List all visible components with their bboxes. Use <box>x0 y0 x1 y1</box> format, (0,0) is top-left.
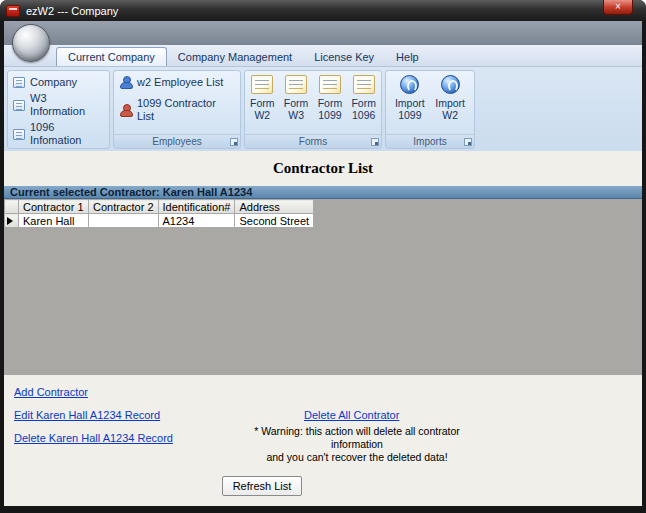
1096-form-icon <box>13 129 25 140</box>
form-1096-icon <box>353 75 375 94</box>
contractor-person-icon <box>119 104 132 117</box>
tab-current-company[interactable]: Current Company <box>56 47 167 66</box>
company-icon <box>13 77 25 88</box>
table-header-row: Contractor 1 Contractor 2 Identification… <box>5 200 314 214</box>
cell-identification: A1234 <box>158 214 235 228</box>
ribbon-group-employees: w2 Employee List 1099 Contractor List Em… <box>113 70 241 149</box>
group-label-imports: Imports <box>386 134 474 148</box>
ribbon-group-forms: Form W2 Form W3 Form 1099 <box>244 70 382 149</box>
app-window: ezW2 --- Company Current Company Company… <box>0 0 646 513</box>
group-label-forms: Forms <box>245 134 381 148</box>
group-label-employees: Employees <box>114 134 240 148</box>
warning-text: * Warning: this action will delete all c… <box>238 425 476 464</box>
main-content: Contractor List Current selected Contrac… <box>4 151 642 506</box>
row-selector-header <box>5 200 19 214</box>
actions-panel: Add Contractor Edit Karen Hall A1234 Rec… <box>4 375 642 506</box>
ribbon-item-1099-contractor-list[interactable]: 1099 Contractor List <box>119 97 235 123</box>
edit-contractor-link[interactable]: Edit Karen Hall A1234 Record <box>14 409 173 421</box>
ribbon-item-company[interactable]: Company <box>13 76 104 89</box>
ribbon-item-w2-employee-list[interactable]: w2 Employee List <box>119 76 235 89</box>
ribbon-group-company-settings: Company W3 Information 1096 Infomation C… <box>7 70 110 149</box>
table-row[interactable]: Karen Hall A1234 Second Street <box>5 214 314 228</box>
w3-form-icon <box>13 100 25 111</box>
contractor-grid: Contractor 1 Contractor 2 Identification… <box>4 199 642 375</box>
column-header-identification[interactable]: Identification# <box>158 200 235 214</box>
ribbon-item-form-w2[interactable]: Form W2 <box>246 75 279 121</box>
column-header-contractor-1[interactable]: Contractor 1 <box>19 200 89 214</box>
form-w3-icon <box>285 75 307 94</box>
form-w2-icon <box>251 75 273 94</box>
refresh-list-button[interactable]: Refresh List <box>222 476 302 496</box>
ribbon-item-form-w3[interactable]: Form W3 <box>280 75 313 121</box>
import-1099-icon <box>400 75 419 94</box>
ribbon-tabstrip: Current Company Company Management Licen… <box>4 45 642 67</box>
row-selector-cell[interactable] <box>5 214 19 228</box>
column-header-address[interactable]: Address <box>235 200 314 214</box>
ribbon-item-import-1099[interactable]: Import 1099 <box>393 75 426 121</box>
page-title: Contractor List <box>4 151 642 186</box>
delete-all-contractor-link[interactable]: Delete All Contrator <box>304 409 399 421</box>
ribbon-group-imports: Import 1099 Import W2 Imports <box>385 70 475 149</box>
contractor-table: Contractor 1 Contractor 2 Identification… <box>4 199 314 228</box>
window-chrome-band <box>4 21 642 45</box>
ribbon-item-1096-infomation[interactable]: 1096 Infomation <box>13 121 104 147</box>
close-button[interactable] <box>603 0 633 15</box>
cell-address: Second Street <box>235 214 314 228</box>
tab-license-key[interactable]: License Key <box>303 48 385 66</box>
app-icon <box>6 5 20 17</box>
dialog-launcher-icon[interactable] <box>371 138 379 146</box>
dialog-launcher-icon[interactable] <box>464 138 472 146</box>
selected-contractor-bar: Current selected Contractor: Karen Hall … <box>4 186 642 199</box>
dialog-launcher-icon[interactable] <box>230 138 238 146</box>
ribbon-item-form-1096[interactable]: Form 1096 <box>347 75 380 121</box>
delete-contractor-link[interactable]: Delete Karen Hall A1234 Record <box>14 432 173 444</box>
employee-person-icon <box>119 76 132 89</box>
tab-help[interactable]: Help <box>385 48 430 66</box>
ribbon-item-form-1099[interactable]: Form 1099 <box>313 75 346 121</box>
window-title: ezW2 --- Company <box>26 5 118 17</box>
cell-contractor-1: Karen Hall <box>19 214 89 228</box>
ribbon-item-import-w2[interactable]: Import W2 <box>434 75 467 121</box>
cell-contractor-2 <box>89 214 159 228</box>
ribbon: Company W3 Information 1096 Infomation C… <box>4 67 642 151</box>
title-bar[interactable]: ezW2 --- Company <box>0 0 646 21</box>
row-selector-arrow-icon <box>7 217 13 225</box>
import-w2-icon <box>441 75 460 94</box>
ribbon-item-w3-information[interactable]: W3 Information <box>13 92 104 118</box>
app-orb-button[interactable] <box>12 24 50 62</box>
tab-company-management[interactable]: Company Management <box>167 48 303 66</box>
client-area: Current Company Company Management Licen… <box>4 21 642 506</box>
add-contractor-link[interactable]: Add Contractor <box>14 386 173 398</box>
column-header-contractor-2[interactable]: Contractor 2 <box>89 200 159 214</box>
form-1099-icon <box>319 75 341 94</box>
